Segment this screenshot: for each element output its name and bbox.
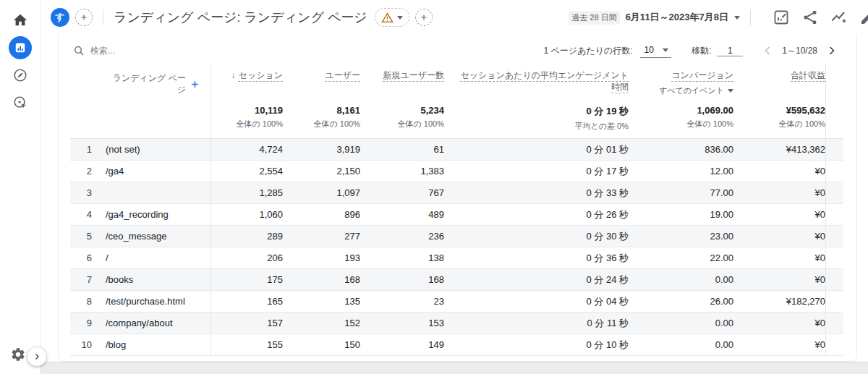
row-metric-cell: 61 [360,139,444,160]
row-metric-cell: 836.00 [629,139,733,160]
table-row: 7/books1751681680 分 24 秒0.00¥0 [70,269,843,291]
report-header: す ランディング ページ: ランディング ページ 過去 28 日間 6月11日～… [41,0,868,35]
row-metric-cell: 135 [283,291,360,312]
row-metric-cell: 4,724 [210,139,283,160]
home-icon[interactable] [9,9,32,32]
pagination-range: 1～10/28 [782,45,817,57]
add-report-tab-button[interactable] [415,9,433,26]
row-metric-cell: ¥0 [733,204,825,225]
row-landing-page: /ga4 [92,161,210,182]
table-right-gutter [825,100,843,138]
customize-report-icon[interactable] [773,9,790,26]
add-dimension-icon[interactable] [190,79,200,90]
row-metric-cell: 767 [360,182,444,203]
table-row: 6/2061931380 分 36 秒22.00¥0 [70,247,843,269]
table-row: 31,2851,0977670 分 33 秒77.00¥0 [70,182,843,204]
totals-value: 1,069.00 [629,105,733,116]
row-metric-cell: 22.00 [629,247,733,268]
row-metric-cell: 2,150 [283,161,360,182]
add-comparison-button[interactable] [75,9,93,26]
edit-icon[interactable] [859,9,868,26]
totals-value: 5,234 [360,105,444,116]
column-header-total-revenue[interactable]: 合計収益 [733,64,825,100]
table-row: 9/company/about1571521530 分 11 秒0.00¥0 [70,313,843,334]
chevron-right-icon[interactable] [825,43,839,58]
row-number: 7 [70,269,92,290]
row-metric-cell: ¥0 [733,269,825,290]
page-bottom-strip [41,362,868,374]
row-number: 9 [70,313,92,333]
table-right-gutter [825,291,843,312]
reports-icon[interactable] [9,36,32,59]
pagination: 1 ページあたりの行数: 10 移動: 1～10/28 [544,43,839,58]
row-number: 5 [70,226,92,247]
row-metric-cell: ¥0 [733,334,825,355]
row-landing-page: /ceo_message [92,226,210,247]
column-header-avg-engagement-time[interactable]: セッションあたりの平均エンゲージメント時間 [444,64,629,100]
table-right-gutter [825,182,843,203]
table-right-gutter [825,161,843,182]
chevron-left-icon[interactable] [760,43,775,58]
table-search [73,45,544,56]
column-header-label: セッション [239,70,283,80]
dropdown-caret-icon [397,16,403,20]
totals-subtext: 全体の 100% [629,119,733,129]
share-icon[interactable] [801,9,819,26]
report-table-card: 1 ページあたりの行数: 10 移動: 1～10/28 [58,35,857,362]
insights-icon[interactable] [830,9,848,26]
table-row: 4/ga4_recording1,0608964890 分 26 秒19.00¥… [70,204,843,226]
row-metric-cell: 152 [283,313,360,333]
column-header-new-users[interactable]: 新規ユーザー数 [360,64,444,100]
advertising-icon[interactable] [9,91,32,114]
table-right-gutter [825,247,843,268]
date-range-picker[interactable]: 過去 28 日間 6月11日～2023年7月8日 [569,11,740,25]
explore-icon[interactable] [9,64,32,87]
table-row: 1(not set)4,7243,919610 分 01 秒836.00¥413… [70,139,843,161]
page-title: ランディング ページ: ランディング ページ [114,9,367,26]
data-quality-badge[interactable] [375,8,409,27]
row-metric-cell: 0 分 26 秒 [444,204,629,225]
row-metric-cell: ¥182,270 [733,291,825,312]
row-landing-page: /books [92,269,210,290]
search-input[interactable] [90,46,307,56]
expand-nav-button[interactable] [27,347,46,366]
header-actions: 過去 28 日間 6月11日～2023年7月8日 [569,9,868,26]
dropdown-caret-icon [728,89,733,93]
totals-cell: 5,234全体の 100% [360,100,444,138]
goto-page-input[interactable] [717,46,743,56]
row-metric-cell: 236 [360,226,444,247]
row-metric-cell: ¥0 [733,313,825,333]
table-right-gutter [825,204,843,225]
row-number: 10 [70,334,92,355]
table-totals-row: 10,119全体の 100%8,161全体の 100%5,234全体の 100%… [70,100,843,139]
row-metric-cell: 138 [360,247,444,268]
settings-icon[interactable] [10,347,26,365]
divider [103,9,103,25]
column-header-label: コンバージョン [671,70,733,80]
column-header-conversions[interactable]: コンバージョンすべてのイベント [629,64,733,100]
table-right-gutter [825,64,843,100]
table-right-gutter [825,313,843,333]
avatar[interactable]: す [51,8,69,27]
event-scope-selector[interactable]: すべてのイベント [629,85,733,96]
row-metric-cell: ¥413,362 [733,139,825,160]
row-landing-page: /blog [92,334,210,355]
table-toolbar: 1 ページあたりの行数: 10 移動: 1～10/28 [59,38,856,64]
dimension-header-label: ランディング ページ [106,72,186,95]
column-header-sessions[interactable]: ↓セッション [210,64,283,100]
column-header-users[interactable]: ユーザー [283,64,360,100]
rows-per-page-select[interactable]: 10 [640,43,671,58]
event-scope-label: すべてのイベント [659,85,724,96]
totals-cell: 10,119全体の 100% [210,100,283,138]
row-number: 4 [70,204,92,225]
row-metric-cell: 0 分 17 秒 [444,161,629,182]
row-metric-cell: 0 分 30 秒 [444,226,629,247]
row-metric-cell: 26.00 [629,291,733,312]
row-metric-cell: 206 [210,247,283,268]
dimension-column-header[interactable]: ランディング ページ [70,64,210,100]
totals-subtext: 全体の 100% [360,119,444,129]
report-table: ランディング ページ ↓セッションユーザー新規ユーザー数セッションあたりの平均エ… [70,64,843,356]
totals-cell: 0 分 19 秒平均との差 0% [444,100,629,138]
table-row: 8/test/purchase.html165135230 分 04 秒26.0… [70,291,843,313]
row-metric-cell: 896 [283,204,360,225]
